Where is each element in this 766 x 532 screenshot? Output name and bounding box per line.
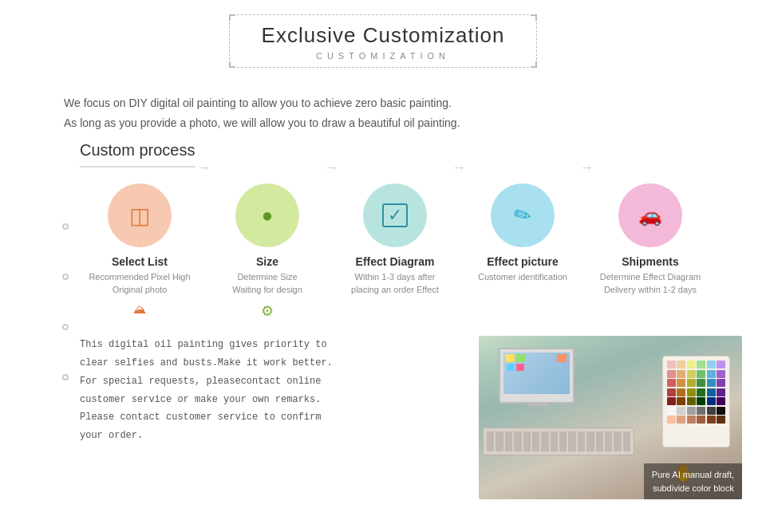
- side-dot-3: [62, 324, 69, 330]
- arrow-1: →: [192, 160, 215, 176]
- process-steps: ◫ Select List Recommended Pixel High Ori…: [88, 183, 702, 320]
- step-2-circle: ●: [235, 183, 299, 247]
- step-4-label: Effect picture: [487, 255, 558, 268]
- bottom-image: 🤚 Pure AI manual draft, subdivide color …: [479, 336, 742, 499]
- monitor-stand: [528, 402, 548, 407]
- step-1: ◫ Select List Recommended Pixel High Ori…: [88, 183, 192, 317]
- keyboard-shape: [483, 428, 634, 455]
- description-line1: We focus on DIY digital oil painting to …: [64, 93, 702, 113]
- step-2-label: Size: [256, 255, 278, 268]
- car-icon: 🚗: [638, 204, 662, 227]
- step-3-desc: Within 1-3 days after placing an order E…: [351, 271, 439, 296]
- side-dot-2: [62, 274, 69, 280]
- bottom-line-2: clear selfies and busts.Make it work bet…: [80, 354, 463, 372]
- pen-icon: ✎: [509, 200, 537, 231]
- arrow-3: →: [447, 160, 471, 176]
- step-4-circle: ✎: [491, 183, 555, 247]
- step-2-sub-icons: ⚙: [261, 302, 274, 320]
- step-5: 🚗 Shipments Determine Effect Diagram Del…: [598, 183, 702, 296]
- gear-icon: ⚙: [261, 302, 274, 320]
- image-caption: Pure AI manual draft, subdivide color bl…: [644, 463, 742, 499]
- arrow-4: →: [574, 160, 598, 176]
- bottom-line-6: your order.: [80, 427, 463, 445]
- caption-line2: subdivide color block: [653, 483, 734, 493]
- check-icon: ✓: [382, 203, 408, 227]
- step-3-circle: ✓: [363, 183, 427, 247]
- step-1-label: Select List: [112, 255, 168, 268]
- side-dots: [62, 223, 69, 380]
- step-1-sub-icons: ⛰: [133, 302, 146, 317]
- mountain-icon: ⛰: [133, 302, 146, 317]
- header-section: Exclusive Customization CUSTOMIZATION: [0, 0, 766, 76]
- monitor-screen: [503, 353, 570, 394]
- bottom-text: This digital oil painting gives priority…: [80, 336, 463, 499]
- step-4: ✎ Effect picture Customer identification: [471, 183, 574, 283]
- bottom-section: This digital oil painting gives priority…: [0, 328, 766, 515]
- step-3: ✓ Effect Diagram Within 1-3 days after p…: [343, 183, 447, 296]
- bottom-line-1: This digital oil painting gives priority…: [80, 336, 463, 354]
- size-icon: ●: [262, 204, 274, 227]
- step-1-desc: Recommended Pixel High Original photo: [89, 271, 190, 296]
- step-1-circle: ◫: [108, 183, 172, 247]
- description-line2: As long as you provide a photo, we will …: [64, 113, 702, 133]
- description: We focus on DIY digital oil painting to …: [0, 76, 766, 141]
- step-2-desc: Determine Size Waiting for design: [232, 271, 302, 296]
- step-3-label: Effect Diagram: [356, 255, 435, 268]
- step-5-circle: 🚗: [618, 183, 682, 247]
- bottom-line-3: For special requests, pleasecontact onli…: [80, 372, 463, 391]
- step-5-label: Shipments: [622, 255, 679, 268]
- side-dot-1: [62, 223, 69, 230]
- main-container: Exclusive Customization CUSTOMIZATION We…: [0, 0, 766, 515]
- monitor-shape: [499, 348, 574, 404]
- step-4-desc: Customer identification: [478, 271, 567, 283]
- color-palette: [662, 356, 730, 447]
- header-border-box: Exclusive Customization CUSTOMIZATION: [229, 14, 538, 68]
- caption-line1: Pure AI manual draft,: [652, 470, 734, 479]
- bottom-line-5: Please contact customer service to confi…: [80, 408, 463, 427]
- header-title: Exclusive Customization: [262, 23, 505, 48]
- arrow-2: →: [319, 160, 343, 176]
- header-subtitle: CUSTOMIZATION: [262, 51, 505, 61]
- list-icon: ◫: [129, 203, 150, 229]
- process-section: Custom process ◫ Select List Recommended…: [0, 141, 766, 328]
- step-2: ● Size Determine Size Waiting for design…: [215, 183, 319, 320]
- process-title: Custom process: [80, 141, 195, 167]
- bottom-line-4: customer service or make your own remark…: [80, 391, 463, 409]
- step-5-desc: Determine Effect Diagram Delivery within…: [600, 271, 701, 296]
- side-dot-4: [62, 374, 69, 380]
